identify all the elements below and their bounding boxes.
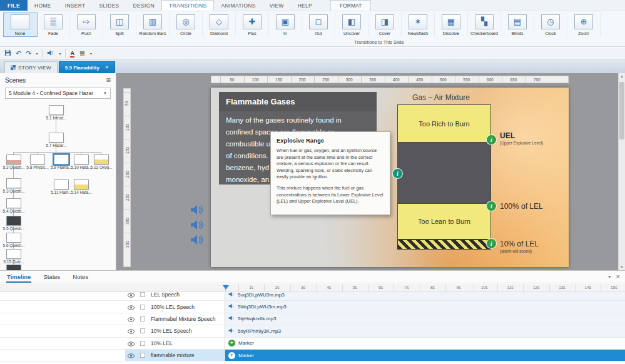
timeline-track[interactable]: + 5dyRPhh9y3K.mp3 — [225, 325, 625, 336]
transition-option[interactable]: ▣ In — [269, 13, 302, 36]
scene-thumbnail[interactable]: 5.12 Oxyg... — [88, 154, 115, 169]
timeline-ruler[interactable]: 1s2s3s4s5s6s7s8s9s10s11s12s13s14s15s — [0, 284, 625, 292]
transition-option[interactable]: ◇ Diamond — [203, 13, 236, 36]
scene-thumbnail[interactable]: 5.1 Introd... — [43, 105, 70, 120]
scene-thumbnail[interactable]: 5.7 Hazar... — [43, 133, 70, 148]
ribbon-tab-format[interactable]: FORMAT — [330, 0, 371, 11]
timeline-object-name[interactable]: flammable mixture — [151, 352, 194, 358]
timeline-track[interactable]: + Marker — [225, 338, 625, 349]
lock-checkbox[interactable] — [140, 353, 145, 358]
scroll-up-icon[interactable]: ▲ — [619, 73, 625, 79]
too-lean-segment[interactable]: Too Lean to Burn — [397, 203, 491, 240]
transition-option[interactable]: ◧ Uncover — [335, 13, 368, 36]
info-icon-10-lel[interactable]: i — [486, 238, 497, 249]
transition-option[interactable]: ◨ Cover — [368, 13, 402, 36]
timeline-row[interactable]: 10% LEL Speech + 5dyRPhh9y3K.mp3 — [0, 325, 625, 337]
scene-thumbnail[interactable]: 5.4 Questi... — [0, 198, 28, 213]
timeline-row-header[interactable]: 10% LEL Speech — [0, 325, 225, 336]
timeline-track[interactable]: + Marker — [225, 350, 625, 361]
explosive-range-segment[interactable] — [397, 143, 491, 203]
tab-story-view[interactable]: STORY VIEW — [4, 61, 58, 73]
info-icon-explosive-range[interactable]: i — [392, 168, 403, 179]
fill-dropdown-icon[interactable]: ▾ — [90, 51, 92, 56]
timeline-tab[interactable]: Notes — [72, 271, 89, 283]
chevron-down-icon[interactable]: ▾ — [608, 274, 611, 280]
ribbon-tab[interactable]: DESIGN — [126, 0, 161, 11]
timeline-row[interactable]: flammable mixture + Marker — [0, 350, 625, 361]
slide-stage[interactable]: Flammable Gases Many of the gases routin… — [211, 88, 569, 267]
speaker-icon[interactable] — [190, 205, 204, 215]
speaker-icon[interactable] — [190, 235, 204, 245]
scene-thumbnail[interactable]: 5.3 Questi... — [0, 178, 28, 193]
ribbon-tab[interactable]: SLIDES — [93, 0, 126, 11]
timeline-row-header[interactable]: flammable mixture — [0, 350, 225, 361]
font-color-icon[interactable]: A — [70, 50, 74, 58]
ribbon-tab[interactable]: HOME — [28, 0, 58, 11]
lock-checkbox[interactable] — [140, 328, 145, 333]
transition-option[interactable]: ▚ Checkerboard — [468, 13, 501, 36]
info-icon-100-lel[interactable]: i — [486, 201, 497, 211]
gas-air-mixture-bar[interactable]: Too Rich to Burn Too Lean to Burn — [397, 104, 491, 250]
timeline-row-header[interactable]: Flammabel Mixture Speech — [0, 313, 225, 325]
scene-thumbnail[interactable]: 5.15 Quiz... — [0, 249, 28, 264]
timeline-tab[interactable]: States — [43, 271, 61, 283]
transition-option[interactable]: ▥ Random Bars — [136, 13, 170, 36]
scene-thumbnail[interactable]: 5.6 Questi... — [0, 233, 28, 248]
canvas-vertical-scrollbar[interactable]: ▲ ▼ — [618, 73, 625, 270]
timeline-track[interactable]: + 5uq3DLpWU3m.mp3 — [225, 292, 625, 300]
visibility-eye-icon[interactable] — [128, 301, 135, 313]
timeline-row-header[interactable]: LEL Speech — [0, 292, 225, 300]
too-rich-segment[interactable]: Too Rich to Burn — [397, 104, 491, 143]
timeline-row-header[interactable]: 100% LEL Speech — [0, 301, 225, 312]
redo-icon[interactable]: ↷ — [26, 50, 31, 57]
timeline-object-name[interactable]: 100% LEL Speech — [151, 304, 195, 310]
timeline-tab[interactable]: Timeline — [6, 271, 31, 283]
timeline-object-name[interactable]: 10% LEL — [151, 340, 173, 346]
timeline-row[interactable]: 100% LEL Speech + 5Wq3DLpWU3m.mp3 — [0, 301, 625, 313]
visibility-eye-icon[interactable] — [128, 292, 135, 300]
info-icon-uel[interactable]: i — [486, 134, 497, 145]
lock-checkbox[interactable] — [140, 316, 145, 321]
fill-color-icon[interactable] — [79, 49, 86, 58]
transition-option[interactable]: ◻ Out — [302, 13, 335, 36]
timeline-object-name[interactable]: LEL Speech — [151, 292, 180, 298]
transition-option[interactable]: ◎ Circle — [170, 13, 203, 36]
scrollbar-thumb[interactable] — [619, 82, 624, 139]
ribbon-tab[interactable]: TRANSITIONS — [161, 0, 214, 11]
timeline-object-name[interactable]: Flammabel Mixture Speech — [151, 316, 215, 322]
scene-thumbnail[interactable]: 5.14 Hata... — [68, 179, 95, 195]
transition-option[interactable]: ✶ Newsflash — [402, 13, 435, 36]
timeline-track[interactable]: + 5lyHsqkrx6k.mp3 — [225, 313, 625, 325]
timeline-row[interactable]: LEL Speech + 5uq3DLpWU3m.mp3 — [0, 292, 625, 301]
scroll-down-icon[interactable]: ▼ — [619, 264, 625, 270]
diagram-title[interactable]: Gas – Air Mixture — [412, 93, 470, 102]
transition-option[interactable]: ✚ Plus — [236, 13, 269, 36]
ribbon-tab[interactable]: INSERT — [58, 0, 93, 11]
ribbon-tab[interactable]: HELP — [291, 0, 319, 11]
visibility-eye-icon[interactable] — [128, 350, 135, 361]
scene-thumbnail[interactable]: 5.5 Questi... — [0, 216, 28, 231]
close-icon[interactable]: ✕ — [105, 65, 109, 70]
audio-preview-icon[interactable] — [47, 49, 54, 58]
lock-checkbox[interactable] — [140, 292, 145, 297]
close-icon[interactable]: ✕ — [616, 274, 620, 280]
lock-checkbox[interactable] — [140, 341, 145, 346]
visibility-eye-icon[interactable] — [128, 325, 135, 336]
transition-option[interactable]: None — [4, 13, 37, 36]
transition-option[interactable]: ◷ Clock — [534, 13, 567, 36]
transition-option[interactable]: ◫ Split — [103, 13, 136, 36]
lock-checkbox[interactable] — [140, 305, 145, 310]
audio-dropdown-icon[interactable]: ▾ — [59, 51, 61, 56]
transition-option[interactable]: ▦ Dissolve — [435, 13, 468, 36]
transition-option[interactable]: ⊕ Zoom — [567, 13, 601, 36]
timeline-row[interactable]: Flammabel Mixture Speech + 5lyHsqkrx6k.m… — [0, 313, 625, 325]
timeline-track[interactable]: + 5Wq3DLpWU3m.mp3 — [225, 301, 625, 312]
timeline-row[interactable]: 10% LEL + Marker — [0, 338, 625, 350]
speaker-icon[interactable] — [190, 220, 204, 230]
transition-option[interactable]: ▒ Fade — [37, 13, 70, 36]
slide-heading[interactable]: Flammable Gases — [219, 92, 377, 111]
save-icon[interactable] — [4, 49, 11, 58]
redo-dropdown-icon[interactable]: ▾ — [36, 51, 38, 56]
ribbon-tab[interactable]: VIEW — [263, 0, 291, 11]
tab-slide-5-9-flamability[interactable]: 5.9 Flamability ✕ — [59, 61, 115, 73]
